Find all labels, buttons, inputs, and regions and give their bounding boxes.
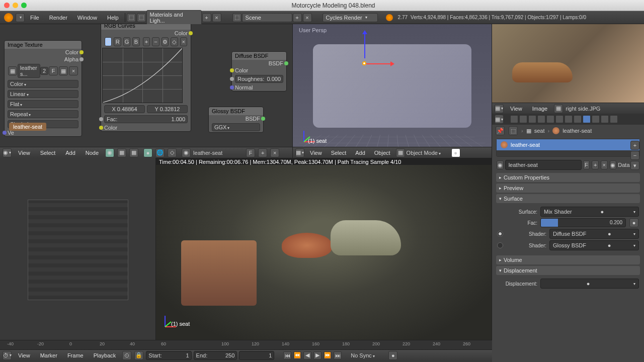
window-menu[interactable]: Window [72,13,102,22]
nodes-toggle-button[interactable]: ◉ [610,160,617,169]
slot-specials-button[interactable]: ▾ [630,161,639,170]
delete-screen-button[interactable]: × [212,13,221,22]
mode-dropdown[interactable]: Object Mode [407,150,450,156]
preview-header[interactable]: Preview [496,184,640,193]
material-datablock[interactable]: leather-seat [193,150,244,156]
view-menu[interactable]: View [14,351,34,359]
rgb-curves-node[interactable]: RGB Curves Color C R G B + − ⚙ ◇ × [101,24,191,132]
file-menu[interactable]: File [25,13,44,22]
close-window-button[interactable] [4,3,10,8]
breadcrumb-material[interactable]: leather-seat [562,128,592,134]
unlink-image-button[interactable]: × [69,66,78,75]
diffuse-bsdf-node[interactable]: Diffuse BSDF BSDF Color Roughnes:0.000 N… [231,51,287,92]
image-menu[interactable]: Image [528,105,552,113]
material-browse-icon[interactable]: ◉ [497,160,504,169]
node-editor-canvas[interactable]: Image Texture Color Alpha ▦ leather s...… [0,24,292,158]
keyframe-prev-button[interactable]: ⏪ [293,351,301,359]
unlink-material-button[interactable]: × [270,148,279,157]
render-viewport-canvas[interactable]: Time:00:04.50 | Remaining:00:06.76 | Mem… [156,158,492,342]
view-menu[interactable]: View [306,149,326,157]
image-browse-icon[interactable]: ▦ [554,104,563,113]
material-slot-list[interactable]: leather-seat [496,139,640,157]
start-frame-field[interactable]: Start:1 [146,351,191,360]
world-shader-button[interactable]: 🌐 [155,148,165,157]
volume-header[interactable]: Volume [496,255,640,264]
add-slot-button[interactable]: + [630,141,639,150]
select-menu[interactable]: Select [36,149,60,157]
fake-user-button[interactable]: F [246,148,255,157]
custom-properties-header[interactable]: Custom Properties [496,173,640,182]
editor-type-dropdown[interactable]: ▦ [295,148,304,157]
curve-x-field[interactable]: X 0.48864 [104,105,145,113]
shader2-radio[interactable] [497,242,503,248]
help-menu[interactable]: Help [102,13,124,22]
editor-type-dropdown[interactable]: ▦ [495,104,504,113]
use-preview-range-button[interactable]: ⏲ [122,351,131,360]
constraints-tab-icon[interactable] [555,115,564,123]
data-tab-icon[interactable] [574,115,582,123]
fac-slider[interactable]: 0.200 [540,218,626,227]
blender-logo-icon[interactable] [4,13,13,22]
minimize-window-button[interactable] [13,3,18,8]
surface-shader-dropdown[interactable]: Mix Shader● [540,207,639,217]
curve-tools-icon[interactable]: ⚙ [162,37,169,46]
color-space-dropdown[interactable]: Color [8,80,78,88]
scene-browse-button[interactable]: ⬚ [232,13,242,22]
render-tab-icon[interactable] [510,115,518,123]
curve-editor[interactable] [102,48,183,103]
glossy-bsdf-node[interactable]: Glossy BSDF BSDF GGX [208,107,264,133]
render-layers-tab-icon[interactable] [519,115,527,123]
zoom-in-icon[interactable]: + [143,37,150,46]
material-browse-icon[interactable]: ◉ [182,148,191,157]
transform-manipulator[interactable] [358,57,378,77]
physics-tab-icon[interactable] [610,115,618,123]
current-frame-field[interactable]: 1 [239,351,274,360]
view-menu[interactable]: View [506,105,526,113]
scene-icon[interactable]: ⬚ [509,126,518,135]
curve-tab-c[interactable]: C [105,37,112,46]
frame-menu[interactable]: Frame [63,351,88,359]
extension-dropdown[interactable]: Repeat [8,110,78,118]
reference-image[interactable] [492,24,644,103]
displacement-header[interactable]: Displacement [496,266,640,275]
node-menu[interactable]: Node [82,149,103,157]
scene-tab-icon[interactable] [528,115,536,123]
material-tab-icon[interactable] [583,115,591,123]
color-swatch[interactable]: leather-seat [9,123,46,131]
particles-tab-icon[interactable] [601,115,609,123]
image-browse-icon[interactable]: ▦ [8,66,17,75]
render-engine-dropdown[interactable]: Cycles Render [323,13,378,22]
screen-browse-button[interactable]: ⬚ [137,13,146,22]
editor-type-dropdown[interactable]: ⏱ [3,351,12,360]
open-image-button[interactable]: ▦ [59,66,68,75]
add-scene-button[interactable]: + [293,13,302,22]
texture-tab-icon[interactable] [592,115,600,123]
viewport-3d-canvas[interactable]: User Persp (1) seat [293,24,492,158]
view-menu[interactable]: View [14,149,34,157]
zoom-out-icon[interactable]: − [152,37,159,46]
shader-type-button[interactable]: ◉ [105,148,114,157]
remove-slot-button[interactable]: − [630,151,639,160]
shader1-dropdown[interactable]: Diffuse BSDF● [549,229,639,239]
marker-menu[interactable]: Marker [36,351,61,359]
jump-start-button[interactable]: ⏮ [283,351,291,359]
render-menu[interactable]: Render [44,13,72,22]
auto-keyframe-button[interactable]: ● [388,351,397,360]
delete-point-icon[interactable]: × [180,37,187,46]
editor-type-dropdown[interactable]: ▦ [495,115,504,124]
fake-user-button[interactable]: F [49,66,58,75]
select-menu[interactable]: Select [327,149,351,157]
end-frame-field[interactable]: End:250 [194,351,237,360]
breadcrumb-object[interactable]: seat [534,128,545,134]
lock-range-button[interactable]: 🔒 [134,351,143,360]
shader2-dropdown[interactable]: Glossy BSDF● [549,240,639,250]
play-button[interactable]: ▶ [313,351,321,359]
glossy-distribution-dropdown[interactable]: GGX [212,123,260,131]
object-menu[interactable]: Object [370,149,394,157]
image-datablock[interactable]: right side.JPG [566,106,642,112]
curve-y-field[interactable]: Y 0.32812 [147,105,188,113]
delete-scene-button[interactable]: × [303,13,312,22]
scene-dropdown[interactable]: Scene [242,13,292,22]
lamp-shader-button[interactable]: ◇ [168,148,177,157]
timeline-ruler[interactable]: -40 -20 0 20 40 60 100 120 140 160 180 2… [0,340,492,349]
